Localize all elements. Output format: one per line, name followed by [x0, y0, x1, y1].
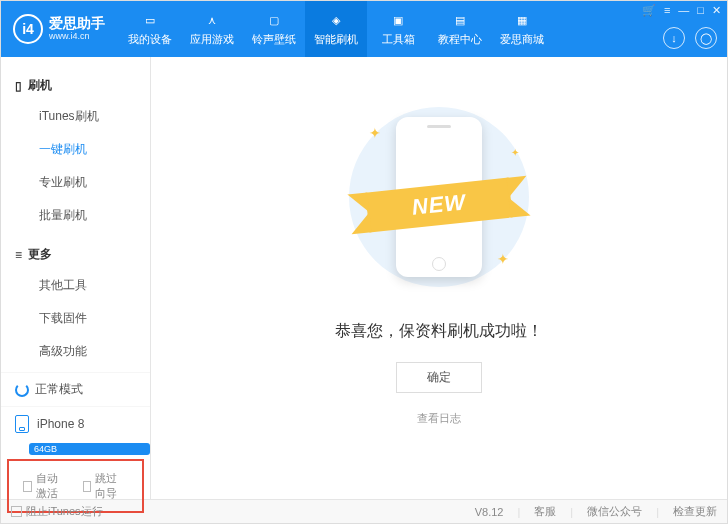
- logo-icon: i4: [13, 14, 43, 44]
- app-logo: i4 爱思助手 www.i4.cn: [1, 14, 119, 44]
- top-nav: ▭我的设备 ⋏应用游戏 ▢铃声壁纸 ◈智能刷机 ▣工具箱 ▤教程中心 ▦爱思商城: [119, 1, 553, 57]
- sidebar-flash-header: ▯刷机: [1, 71, 150, 100]
- check-update-link[interactable]: 检查更新: [673, 504, 717, 519]
- success-message: 恭喜您，保资料刷机成功啦！: [335, 321, 543, 342]
- nav-toolbox[interactable]: ▣工具箱: [367, 1, 429, 57]
- skip-guide-checkbox[interactable]: 跳过向导: [83, 471, 129, 501]
- sidebar-item-batch-flash[interactable]: 批量刷机: [1, 199, 150, 232]
- nav-tutorials[interactable]: ▤教程中心: [429, 1, 491, 57]
- book-icon: ▤: [451, 11, 469, 29]
- close-icon[interactable]: ✕: [712, 4, 721, 17]
- block-itunes-checkbox[interactable]: 阻止iTunes运行: [11, 504, 103, 519]
- wechat-link[interactable]: 微信公众号: [587, 504, 642, 519]
- app-header: i4 爱思助手 www.i4.cn ▭我的设备 ⋏应用游戏 ▢铃声壁纸 ◈智能刷…: [1, 1, 727, 57]
- support-link[interactable]: 客服: [534, 504, 556, 519]
- user-button[interactable]: ◯: [695, 27, 717, 49]
- cart-icon[interactable]: 🛒: [642, 4, 656, 17]
- sidebar-item-pro-flash[interactable]: 专业刷机: [1, 166, 150, 199]
- sidebar-more-header: ≡更多: [1, 240, 150, 269]
- logo-title: 爱思助手: [49, 16, 105, 31]
- menu-icon[interactable]: ≡: [664, 4, 670, 17]
- star-icon: ✦: [511, 147, 519, 158]
- nav-ringtones[interactable]: ▢铃声壁纸: [243, 1, 305, 57]
- version-label: V8.12: [475, 506, 504, 518]
- device-mode-status: 正常模式: [1, 372, 150, 406]
- music-icon: ▢: [265, 11, 283, 29]
- maximize-icon[interactable]: □: [697, 4, 704, 17]
- view-log-link[interactable]: 查看日志: [417, 411, 461, 426]
- toolbox-icon: ▣: [389, 11, 407, 29]
- sidebar: ▯刷机 iTunes刷机 一键刷机 专业刷机 批量刷机 ≡更多 其他工具 下载固…: [1, 57, 151, 499]
- status-icon: [15, 383, 29, 397]
- download-button[interactable]: ↓: [663, 27, 685, 49]
- ok-button[interactable]: 确定: [396, 362, 482, 393]
- auto-activate-checkbox[interactable]: 自动激活: [23, 471, 69, 501]
- storage-badge: 64GB: [29, 443, 150, 455]
- star-icon: ✦: [369, 125, 381, 141]
- star-icon: ✦: [497, 251, 509, 267]
- device-info[interactable]: iPhone 8: [1, 406, 150, 441]
- sidebar-item-itunes-flash[interactable]: iTunes刷机: [1, 100, 150, 133]
- nav-shop[interactable]: ▦爱思商城: [491, 1, 553, 57]
- shop-icon: ▦: [513, 11, 531, 29]
- minimize-icon[interactable]: —: [678, 4, 689, 17]
- logo-subtitle: www.i4.cn: [49, 32, 105, 42]
- nav-apps[interactable]: ⋏应用游戏: [181, 1, 243, 57]
- flash-icon: ◈: [327, 11, 345, 29]
- apps-icon: ⋏: [203, 11, 221, 29]
- nav-my-device[interactable]: ▭我的设备: [119, 1, 181, 57]
- phone-outline-icon: ▯: [15, 79, 22, 93]
- window-controls: 🛒 ≡ — □ ✕: [642, 4, 721, 17]
- sidebar-item-download-firmware[interactable]: 下载固件: [1, 302, 150, 335]
- device-name: iPhone 8: [37, 417, 84, 431]
- device-icon: [15, 415, 29, 433]
- list-icon: ≡: [15, 248, 22, 262]
- sidebar-item-advanced[interactable]: 高级功能: [1, 335, 150, 368]
- phone-icon: ▭: [141, 11, 159, 29]
- success-illustration: NEW ✦ ✦ ✦: [339, 97, 539, 297]
- nav-flash[interactable]: ◈智能刷机: [305, 1, 367, 57]
- main-content: NEW ✦ ✦ ✦ 恭喜您，保资料刷机成功啦！ 确定 查看日志: [151, 57, 727, 499]
- sidebar-item-oneclick-flash[interactable]: 一键刷机: [1, 133, 150, 166]
- sidebar-item-other-tools[interactable]: 其他工具: [1, 269, 150, 302]
